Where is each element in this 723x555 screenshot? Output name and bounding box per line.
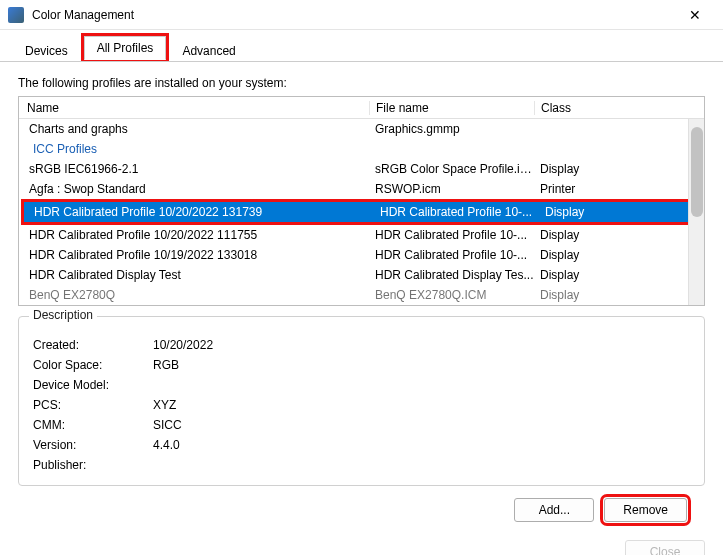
description-legend: Description [29,308,97,322]
titlebar: Color Management ✕ [0,0,723,30]
app-icon [8,7,24,23]
colorspace-label: Color Space: [33,358,153,372]
close-button[interactable]: Close [625,540,705,555]
list-item[interactable]: sRGB IEC61966-2.1 sRGB Color Space Profi… [19,159,704,179]
cmm-value: SICC [153,418,182,432]
publisher-label: Publisher: [33,458,153,472]
list-item[interactable]: HDR Calibrated Profile 10/20/2022 111755… [19,225,704,245]
version-value: 4.4.0 [153,438,180,452]
intro-text: The following profiles are installed on … [18,76,705,90]
close-icon[interactable]: ✕ [675,0,715,30]
pcs-value: XYZ [153,398,176,412]
col-file[interactable]: File name [369,101,534,115]
colorspace-value: RGB [153,358,179,372]
list-item[interactable]: Agfa : Swop Standard RSWOP.icm Printer [19,179,704,199]
cmm-label: CMM: [33,418,153,432]
tab-advanced[interactable]: Advanced [169,39,248,62]
list-item[interactable]: HDR Calibrated Profile 10/19/2022 133018… [19,245,704,265]
list-item[interactable]: HDR Calibrated Display Test HDR Calibrat… [19,265,704,285]
tab-devices[interactable]: Devices [12,39,81,62]
col-class[interactable]: Class [534,101,704,115]
devicemodel-label: Device Model: [33,378,153,392]
add-button[interactable]: Add... [514,498,594,522]
scrollbar[interactable] [688,119,704,305]
remove-button[interactable]: Remove [604,498,687,522]
window-title: Color Management [32,8,675,22]
pcs-label: PCS: [33,398,153,412]
profiles-list[interactable]: Name File name Class Charts and graphs G… [18,96,705,306]
version-label: Version: [33,438,153,452]
created-value: 10/20/2022 [153,338,213,352]
tab-strip: Devices All Profiles Advanced [0,36,723,62]
tab-all-profiles[interactable]: All Profiles [84,36,167,60]
list-item[interactable]: Charts and graphs Graphics.gmmp [19,119,704,139]
created-label: Created: [33,338,153,352]
list-item[interactable]: BenQ EX2780Q BenQ EX2780Q.ICM Display [19,285,704,305]
description-panel: Description Created:10/20/2022 Color Spa… [18,316,705,486]
scrollbar-thumb[interactable] [691,127,703,217]
group-icc-profiles[interactable]: ICC Profiles [19,139,704,159]
list-item-selected[interactable]: HDR Calibrated Profile 10/20/2022 131739… [24,202,699,222]
col-name[interactable]: Name [19,101,369,115]
column-headers[interactable]: Name File name Class [19,97,704,119]
